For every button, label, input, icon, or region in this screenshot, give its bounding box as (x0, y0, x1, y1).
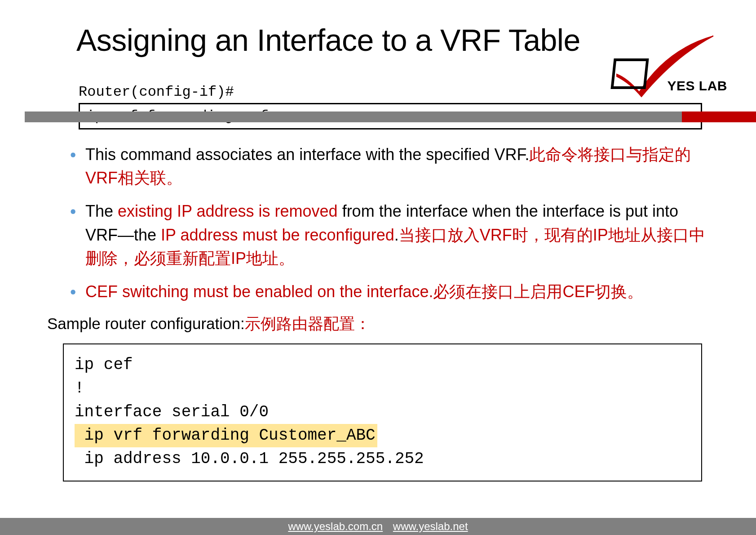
logo-text: YES LAB (667, 78, 727, 94)
bullet-2-red2: IP address must be reconfigured (161, 226, 394, 244)
cfg-l2: ! (75, 379, 84, 397)
divider-accent (682, 111, 756, 122)
config-box: ip cef ! interface serial 0/0 ip vrf for… (63, 343, 702, 482)
divider-bar (25, 111, 756, 122)
slide: Assigning an Interface to a VRF Table YE… (0, 0, 756, 535)
footer-link-2[interactable]: www.yeslab.net (393, 520, 468, 532)
sample-label: Sample router configuration:示例路由器配置： (47, 313, 756, 334)
cfg-l5: ip address 10.0.0.1 255.255.255.252 (75, 450, 424, 468)
cfg-l1: ip cef (75, 356, 133, 374)
checkbox-icon (610, 58, 649, 89)
bullet-2-red1: existing IP address is removed (118, 202, 342, 220)
bullet-3: CEF switching must be enabled on the int… (67, 280, 711, 303)
bullet-2: The existing IP address is removed from … (67, 200, 711, 270)
bullet-3-cn: 必须在接口上启用CEF切换。 (433, 282, 643, 301)
sample-label-en: Sample router configuration: (47, 315, 245, 332)
bullet-1-main: This command associates an interface wit… (85, 145, 529, 164)
logo: YES LAB (608, 31, 725, 99)
sample-label-cn: 示例路由器配置： (245, 315, 371, 332)
footer-link-1[interactable]: www.yeslab.com.cn (288, 520, 383, 532)
cfg-l4-highlight: ip vrf forwarding Customer_ABC (75, 424, 377, 447)
bullet-3-red1: CEF switching must be enabled on the int… (85, 282, 433, 301)
bullet-2-tail: . (394, 226, 399, 244)
bullet-2-pre: The (85, 202, 118, 220)
bullet-1: This command associates an interface wit… (67, 143, 711, 190)
cfg-l3: interface serial 0/0 (75, 403, 269, 421)
footer: www.yeslab.com.cn www.yeslab.net (0, 518, 756, 535)
bullet-list: This command associates an interface wit… (67, 143, 711, 303)
